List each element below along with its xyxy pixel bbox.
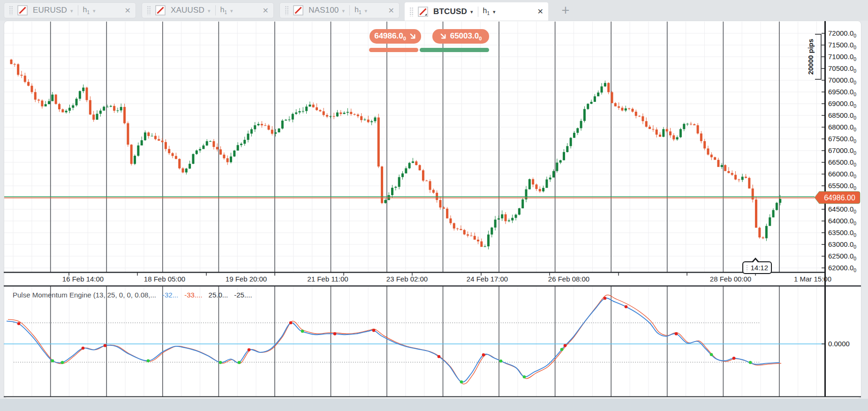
price-axis-label: 65500.00 <box>828 182 856 191</box>
time-tooltip[interactable]: 14:12 <box>742 261 772 274</box>
trough-dot-green <box>560 348 564 351</box>
time-axis-label: 24 Feb 17:00 <box>467 275 508 283</box>
price-chart: 16 Feb 14:0018 Feb 05:0019 Feb 20:0021 F… <box>0 0 868 411</box>
close-tab-icon[interactable]: ✕ <box>531 7 543 16</box>
peak-dot-red <box>675 332 678 335</box>
drag-handle-icon <box>746 265 748 271</box>
peak-dot-red <box>625 305 628 309</box>
zero-level-label: 0.0000 <box>828 340 850 348</box>
symbol-caret-down-icon[interactable]: ▾ <box>470 9 473 15</box>
peak-dot-red <box>289 321 293 325</box>
time-axis-label: 23 Feb 02:00 <box>386 275 428 283</box>
trough-dot-green <box>219 361 222 364</box>
tab-divider <box>478 7 478 17</box>
time-axis-label: 18 Feb 05:00 <box>144 275 185 283</box>
timeframe-caret-down-icon[interactable]: ▾ <box>493 9 496 15</box>
price-axis-label: 64000.00 <box>828 217 856 226</box>
scale-note-label: 20000 pips <box>807 39 815 75</box>
price-axis-label: 70000.00 <box>828 76 856 85</box>
indicator-value: 25.0... <box>209 291 228 299</box>
trough-dot-green <box>749 361 752 364</box>
sell-spread-bar <box>369 48 418 52</box>
price-axis-label: 69000.00 <box>828 99 856 109</box>
peak-dot-red <box>104 344 107 347</box>
drag-handle-icon <box>409 7 414 16</box>
price-axis-label: 72000.00 <box>828 29 856 38</box>
price-axis-label: 63500.00 <box>828 228 856 238</box>
peak-dot-red <box>482 353 485 357</box>
horizontal-gridlines <box>4 33 824 268</box>
buy-price-subdigit: 0 <box>479 36 482 41</box>
price-axis-label: 69500.00 <box>828 88 856 97</box>
current-price-tag: 64986.00 <box>815 191 860 204</box>
sell-price: 64986.0 <box>374 31 403 40</box>
indicator-value: -33.... <box>184 291 202 299</box>
time-axis-label: 16 Feb 14:00 <box>62 275 104 283</box>
trough-dot-green <box>147 359 150 363</box>
peak-dot-red <box>604 297 607 300</box>
price-axis-label: 68500.00 <box>828 111 856 121</box>
horizontal-scrollbar[interactable] <box>0 399 868 411</box>
price-axis-label: 71500.00 <box>828 41 856 50</box>
price-axis-label: 63000.00 <box>828 240 856 250</box>
tooltip-time: 14:12 <box>750 264 768 272</box>
peak-dot-red <box>438 355 441 358</box>
oscillator-main-line <box>7 298 780 382</box>
price-axis-label: 62000.00 <box>828 264 856 273</box>
price-axis-label: 68000.00 <box>828 123 856 132</box>
sell-button[interactable]: 64986.00 <box>370 29 421 44</box>
buy-price: 65003.0 <box>450 31 479 40</box>
buy-spread-bar <box>420 48 489 52</box>
indicator-value: -25.... <box>234 291 252 299</box>
price-axis-label: 64500.00 <box>828 205 856 214</box>
price-axis-label: 71000.00 <box>828 53 856 62</box>
price-axis-label: 66500.00 <box>828 158 856 167</box>
peak-dot-red <box>372 329 376 332</box>
peak-dot-red <box>17 322 21 326</box>
time-axis-label: 19 Feb 20:00 <box>226 275 267 283</box>
time-axis-label: 28 Feb 00:00 <box>710 275 751 283</box>
peak-dot-red <box>732 357 736 360</box>
trough-dot-green <box>499 359 503 363</box>
trough-dot-green <box>238 361 241 364</box>
current-price-label: 64986.00 <box>824 194 855 202</box>
time-axis: 16 Feb 14:0018 Feb 05:0019 Feb 20:0021 F… <box>4 273 861 286</box>
trough-dot-green <box>523 375 526 379</box>
oscillator-signal-line <box>8 295 781 384</box>
peak-dot-red <box>248 348 251 351</box>
indicator-name-params: Pulse Momentum Engine (13, 25, 0, 0, 0.0… <box>13 291 156 299</box>
tab-btcusd[interactable]: BTCUSD▾h1▾✕ <box>404 2 549 21</box>
time-axis-label: 26 Feb 08:00 <box>548 275 589 283</box>
price-axis-label: 66000.00 <box>828 170 856 179</box>
tick-down-arrow-icon <box>409 33 416 40</box>
trough-dot-green <box>460 381 463 384</box>
price-axis-label: 67000.00 <box>828 146 856 156</box>
chart-icon <box>418 7 428 17</box>
trough-dot-green <box>51 359 54 363</box>
timeframe-selector[interactable]: h1 <box>483 7 490 16</box>
peak-dot-red <box>333 332 337 335</box>
peak-dot-red <box>82 347 85 350</box>
trough-dot-green <box>61 361 64 364</box>
trough-dot-green <box>301 330 304 333</box>
price-axis-label: 62500.00 <box>828 252 856 261</box>
time-axis-label: 21 Feb 11:00 <box>307 275 348 283</box>
price-axis-label: 67500.00 <box>828 135 856 144</box>
trough-dot-green <box>710 353 713 356</box>
peak-dot-red <box>564 344 567 347</box>
tab-symbol-label: BTCUSD <box>433 7 467 16</box>
tick-down-arrow-icon <box>440 33 447 40</box>
indicator-value: -32... <box>162 291 178 299</box>
time-axis-label: 1 Mar 15:00 <box>794 275 831 283</box>
indicator-title[interactable]: Pulse Momentum Engine (13, 25, 0, 0, 0.0… <box>13 291 252 299</box>
indicator-pane: 0.0000 <box>4 295 861 397</box>
price-axis-label: 70500.00 <box>828 64 856 74</box>
buy-button[interactable]: 65003.00 <box>432 29 489 44</box>
sell-price-subdigit: 0 <box>403 36 406 41</box>
